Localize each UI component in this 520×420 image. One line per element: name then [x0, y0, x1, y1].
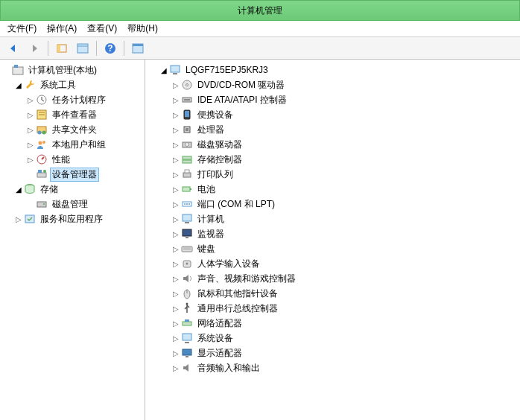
- tree-device-manager[interactable]: ▷ 设备管理器: [0, 167, 145, 182]
- device-category-computer[interactable]: ▷计算机: [145, 211, 520, 226]
- device-category-sound-controller[interactable]: ▷声音、视频和游戏控制器: [145, 271, 520, 286]
- mouse-icon: [181, 287, 193, 299]
- tree-storage[interactable]: ◢ 存储: [0, 182, 145, 197]
- expand-arrow-icon[interactable]: ▷: [171, 154, 181, 165]
- svg-point-46: [184, 203, 186, 205]
- device-category-label: 打印队列: [195, 168, 235, 182]
- menu-help[interactable]: 帮助(H): [127, 22, 158, 35]
- tree-event-viewer[interactable]: ▷ 事件查看器: [0, 107, 145, 122]
- expand-arrow-icon[interactable]: ▷: [171, 244, 181, 254]
- svg-rect-62: [185, 319, 189, 322]
- expand-arrow-icon[interactable]: ▷: [171, 229, 181, 239]
- svg-rect-49: [183, 214, 191, 221]
- sound-controller-icon: [181, 273, 193, 284]
- device-manager-icon: [36, 168, 48, 180]
- device-category-system-device[interactable]: ▷系统设备: [145, 331, 520, 346]
- expand-arrow-icon[interactable]: ▷: [171, 363, 181, 373]
- dvd-drive-icon: [181, 79, 193, 91]
- expand-arrow-icon[interactable]: ▷: [171, 258, 181, 269]
- device-category-processor[interactable]: ▷处理器: [145, 122, 520, 137]
- expand-arrow-icon[interactable]: ▷: [171, 288, 181, 299]
- tree-task-scheduler[interactable]: ▷ 任务计划程序: [0, 92, 145, 107]
- device-category-print-queue[interactable]: ▷打印队列: [145, 167, 520, 182]
- svg-rect-44: [190, 188, 191, 190]
- expand-arrow-icon[interactable]: ▷: [171, 169, 181, 179]
- menu-view[interactable]: 查看(V): [87, 22, 117, 35]
- device-category-disk-drive[interactable]: ▷磁盘驱动器: [145, 137, 520, 152]
- svg-rect-42: [185, 170, 189, 173]
- device-category-portable-device[interactable]: ▷便携设备: [145, 107, 520, 122]
- expand-arrow-icon[interactable]: ▷: [171, 139, 181, 150]
- expand-arrow-icon[interactable]: ▷: [171, 303, 181, 314]
- device-category-dvd-drive[interactable]: ▷DVD/CD-ROM 驱动器: [145, 77, 520, 92]
- show-hide-tree-button[interactable]: [53, 39, 71, 57]
- wrench-icon: [24, 79, 36, 91]
- svg-point-57: [186, 263, 188, 265]
- tree-shared-folders[interactable]: ▷ 共享文件夹: [0, 122, 145, 137]
- expand-arrow-icon[interactable]: ▷: [171, 199, 181, 209]
- device-category-keyboard[interactable]: ▷键盘: [145, 241, 520, 256]
- device-category-ports[interactable]: ▷端口 (COM 和 LPT): [145, 197, 520, 211]
- system-device-icon: [181, 332, 193, 344]
- menu-file[interactable]: 文件(F): [7, 22, 37, 35]
- computer-icon: [169, 64, 181, 76]
- device-category-mouse[interactable]: ▷鼠标和其他指针设备: [145, 286, 520, 301]
- device-category-network-adapter[interactable]: ▷网络适配器: [145, 316, 520, 331]
- expand-arrow-icon[interactable]: ▷: [171, 80, 181, 90]
- tree-root-computer-mgmt[interactable]: ▷ 计算机管理(本地): [0, 63, 145, 77]
- svg-rect-27: [171, 66, 180, 72]
- clock-icon: [36, 94, 48, 106]
- device-category-hid[interactable]: ▷人体学输入设备: [145, 256, 520, 271]
- storage-controller-icon: [181, 153, 193, 165]
- svg-rect-1: [57, 45, 60, 52]
- svg-point-22: [43, 170, 46, 173]
- view-button[interactable]: [129, 39, 147, 57]
- device-tree-root[interactable]: ◢ LQGF715EPJ5KRJ3: [145, 63, 520, 77]
- device-category-label: 存储控制器: [195, 153, 244, 167]
- audio-io-icon: [181, 362, 193, 374]
- menu-action[interactable]: 操作(A): [47, 22, 77, 35]
- forward-button[interactable]: [25, 39, 43, 57]
- device-category-usb-controller[interactable]: ▷通用串行总线控制器: [145, 301, 520, 316]
- svg-point-30: [186, 84, 188, 86]
- svg-rect-32: [184, 99, 190, 101]
- device-category-label: 网络适配器: [195, 316, 244, 331]
- svg-rect-40: [183, 160, 191, 163]
- expand-arrow-icon[interactable]: ▷: [171, 348, 181, 358]
- svg-rect-64: [183, 349, 191, 355]
- tree-system-tools[interactable]: ◢ 系统工具: [0, 77, 145, 92]
- svg-point-48: [188, 203, 190, 205]
- svg-point-25: [43, 203, 45, 205]
- device-category-battery[interactable]: ▷电池: [145, 182, 520, 197]
- device-category-ide-controller[interactable]: ▷IDE ATA/ATAPI 控制器: [145, 92, 520, 107]
- device-category-audio-io[interactable]: ▷音频输入和输出: [145, 360, 520, 375]
- ide-controller-icon: [181, 94, 193, 106]
- help-button[interactable]: ?: [101, 39, 119, 57]
- expand-arrow-icon[interactable]: ▷: [171, 333, 181, 343]
- tree-disk-management[interactable]: ▷ 磁盘管理: [0, 197, 145, 211]
- tree-services-apps[interactable]: ▷ 服务和应用程序: [0, 211, 145, 226]
- tree-local-users[interactable]: ▷ 本地用户和组: [0, 137, 145, 152]
- device-category-label: DVD/CD-ROM 驱动器: [195, 78, 287, 92]
- back-button[interactable]: [4, 39, 22, 57]
- expand-arrow-icon[interactable]: ▷: [171, 318, 181, 328]
- svg-rect-39: [183, 156, 191, 159]
- device-category-display-adapter[interactable]: ▷显示适配器: [145, 346, 520, 360]
- disk-icon: [36, 198, 48, 210]
- device-category-monitor[interactable]: ▷监视器: [145, 226, 520, 241]
- expand-arrow-icon[interactable]: ▷: [171, 95, 181, 105]
- device-category-storage-controller[interactable]: ▷存储控制器: [145, 152, 520, 167]
- event-icon: [36, 109, 48, 121]
- expand-arrow-icon[interactable]: ▷: [171, 273, 181, 284]
- print-queue-icon: [181, 168, 193, 180]
- expand-arrow-icon[interactable]: ▷: [171, 214, 181, 224]
- properties-button[interactable]: [74, 39, 92, 57]
- expand-arrow-icon[interactable]: ▷: [171, 124, 181, 135]
- toolbar-separator: [48, 41, 48, 56]
- expand-arrow-icon[interactable]: ▷: [171, 109, 181, 120]
- tree-performance[interactable]: ▷ 性能: [0, 152, 145, 167]
- svg-rect-61: [183, 322, 191, 325]
- portable-device-icon: [181, 109, 193, 121]
- expand-arrow-icon[interactable]: ▷: [171, 184, 181, 194]
- svg-rect-28: [173, 73, 177, 74]
